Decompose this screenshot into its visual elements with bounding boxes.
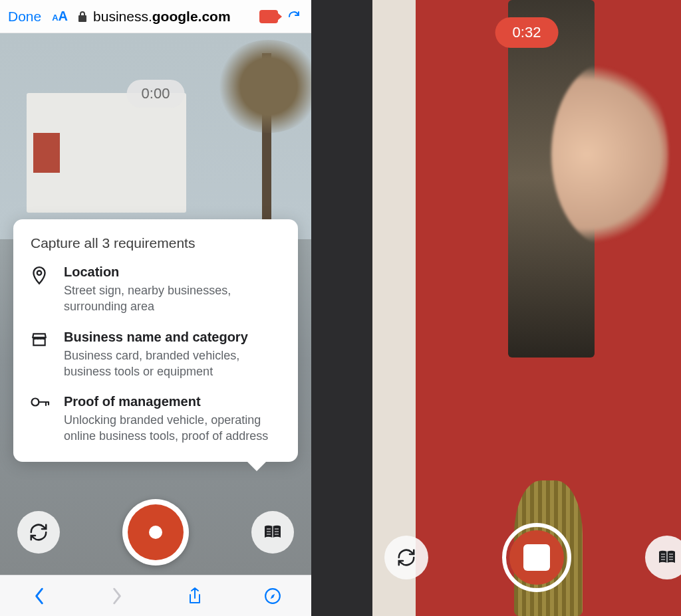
phone-left: Done AA business.google.com 0:00 Capture…: [0, 0, 311, 616]
requirement-desc: Unlocking branded vehicle, operating onl…: [64, 412, 281, 445]
requirement-label: Location: [64, 264, 281, 280]
browser-address-bar: Done AA business.google.com: [0, 0, 311, 33]
requirement-desc: Street sign, nearby businesses, surround…: [64, 282, 281, 315]
record-timer-right: 0:32: [495, 17, 559, 48]
requirement-business: Business name and category Business card…: [31, 330, 281, 380]
safari-compass-button[interactable]: [263, 587, 283, 605]
flip-camera-button[interactable]: [17, 511, 60, 554]
camera-recording-icon: [259, 10, 278, 23]
text-size-button[interactable]: AA: [48, 9, 72, 24]
flip-camera-button[interactable]: [384, 536, 428, 579]
requirement-label: Proof of management: [64, 394, 281, 409]
camera-controls-right: [372, 523, 681, 592]
storefront-icon: [31, 330, 51, 380]
reload-button[interactable]: [282, 9, 306, 25]
url-host-bold: google.com: [152, 9, 231, 24]
camera-controls-left: [0, 499, 311, 565]
svg-point-1: [32, 399, 39, 406]
location-pin-icon: [31, 264, 51, 315]
camera-viewport-left: 0:00 Capture all 3 requirements Location…: [0, 33, 311, 575]
requirements-card: Capture all 3 requirements Location Stre…: [13, 219, 298, 462]
guide-button[interactable]: [645, 536, 681, 579]
forward-button[interactable]: [107, 587, 127, 605]
url-host-plain: business.: [93, 9, 152, 24]
screenshot-divider: [311, 0, 372, 616]
url-host[interactable]: business.google.com: [93, 9, 231, 25]
done-button[interactable]: Done: [5, 9, 44, 25]
stop-record-button[interactable]: [502, 523, 571, 592]
svg-point-0: [37, 271, 41, 275]
key-icon: [31, 394, 51, 445]
requirement-desc: Business card, branded vehicles, busines…: [64, 348, 281, 380]
lock-icon: [76, 11, 89, 23]
back-button[interactable]: [29, 587, 49, 605]
record-button[interactable]: [122, 499, 189, 565]
requirement-proof: Proof of management Unlocking branded ve…: [31, 394, 281, 445]
requirement-label: Business name and category: [64, 330, 281, 345]
share-button[interactable]: [185, 587, 205, 605]
phone-right: 0:32: [372, 0, 681, 616]
requirements-title: Capture all 3 requirements: [31, 235, 281, 251]
record-timer-left: 0:00: [127, 80, 185, 108]
guide-button[interactable]: [251, 511, 294, 554]
safari-toolbar: [0, 575, 311, 616]
requirement-location: Location Street sign, nearby businesses,…: [31, 264, 281, 315]
